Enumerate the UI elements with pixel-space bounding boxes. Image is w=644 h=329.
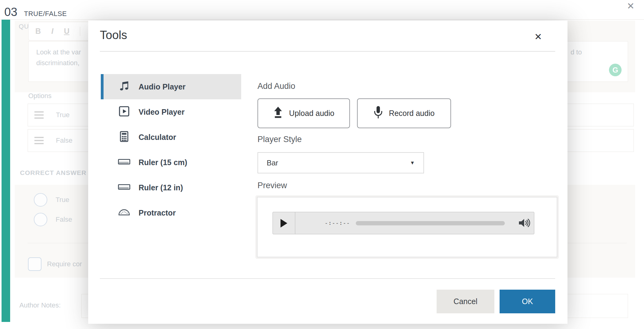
record-audio-button[interactable]: Record audio bbox=[357, 98, 451, 128]
underline-button[interactable]: U bbox=[64, 27, 69, 36]
preview-label: Preview bbox=[257, 181, 287, 190]
sidebar-item-label: Protractor bbox=[139, 208, 176, 217]
play-button[interactable] bbox=[273, 212, 295, 234]
sidebar-item-label: Video Player bbox=[139, 108, 185, 117]
modal-header-divider bbox=[100, 51, 555, 52]
upload-icon bbox=[273, 107, 283, 120]
correct-answer-label: CORRECT ANSWER bbox=[20, 169, 86, 176]
chevron-down-icon: ▼ bbox=[410, 160, 415, 166]
play-icon bbox=[281, 219, 287, 228]
ok-button[interactable]: OK bbox=[500, 290, 555, 313]
ruler-icon bbox=[118, 159, 130, 166]
sidebar-item-calculator[interactable]: Calculator bbox=[101, 125, 241, 150]
drag-handle[interactable] bbox=[28, 104, 50, 126]
modal-title: Tools bbox=[100, 29, 127, 42]
video-player-icon bbox=[118, 106, 130, 118]
volume-icon[interactable] bbox=[519, 218, 530, 229]
cancel-button[interactable]: Cancel bbox=[437, 290, 494, 313]
player-style-label: Player Style bbox=[257, 135, 302, 144]
question-text-fragment: d to bbox=[571, 48, 582, 56]
player-style-dropdown[interactable]: Bar ▼ bbox=[257, 152, 424, 173]
screen: 03 TRUE/FALSE ✕ QUESTION B I U A Look at… bbox=[0, 0, 644, 329]
question-text-fragment: discrimination, bbox=[36, 59, 80, 67]
calculator-icon bbox=[118, 131, 130, 143]
music-note-icon bbox=[118, 81, 130, 92]
protractor-icon bbox=[118, 209, 130, 217]
require-checkbox[interactable] bbox=[28, 257, 41, 271]
tools-modal: Tools ✕ Audio Player Video Player Calcul… bbox=[88, 21, 567, 324]
author-notes-label: Author Notes: bbox=[19, 301, 61, 309]
page-close-icon[interactable]: ✕ bbox=[627, 1, 634, 11]
drag-handle-icon bbox=[34, 111, 44, 113]
sidebar-item-label: Ruler (12 in) bbox=[139, 183, 183, 192]
cancel-label: Cancel bbox=[454, 297, 477, 306]
radio-true[interactable] bbox=[34, 193, 47, 207]
options-label: Options bbox=[28, 92, 52, 100]
upload-audio-button[interactable]: Upload audio bbox=[257, 98, 350, 128]
drag-handle[interactable] bbox=[28, 129, 50, 152]
microphone-icon bbox=[374, 106, 383, 121]
add-audio-label: Add Audio bbox=[257, 81, 295, 91]
sidebar-item-label: Ruler (15 cm) bbox=[139, 158, 187, 167]
sidebar-item-audio-player[interactable]: Audio Player bbox=[101, 74, 241, 99]
question-number: 03 bbox=[4, 6, 17, 19]
upload-audio-label: Upload audio bbox=[289, 109, 334, 118]
preview-panel: -:--:-- bbox=[257, 197, 557, 257]
drag-handle-icon bbox=[34, 137, 44, 138]
radio-true-label: True bbox=[56, 196, 69, 204]
question-accent-bar bbox=[2, 20, 10, 322]
ruler-icon bbox=[118, 184, 130, 191]
player-style-value: Bar bbox=[267, 159, 278, 167]
question-type-label: TRUE/FALSE bbox=[24, 10, 67, 18]
modal-close-icon[interactable]: ✕ bbox=[534, 31, 542, 42]
sidebar-item-label: Audio Player bbox=[139, 82, 186, 91]
question-text-fragment: Look at the var bbox=[36, 48, 81, 56]
radio-false-label: False bbox=[56, 216, 72, 224]
modal-footer-divider bbox=[100, 278, 555, 279]
player-progress-bar[interactable] bbox=[356, 221, 505, 225]
toolbar-separator bbox=[80, 27, 80, 36]
sidebar-item-ruler-12in[interactable]: Ruler (12 in) bbox=[101, 175, 241, 200]
require-label: Require cor bbox=[47, 260, 82, 268]
bold-button[interactable]: B bbox=[35, 27, 41, 36]
italic-button[interactable]: I bbox=[51, 27, 53, 36]
sidebar-item-label: Calculator bbox=[139, 133, 176, 142]
radio-false[interactable] bbox=[34, 213, 47, 226]
player-time: -:--:-- bbox=[319, 220, 356, 226]
sidebar-item-ruler-15cm[interactable]: Ruler (15 cm) bbox=[101, 150, 241, 175]
grammarly-icon[interactable]: G bbox=[609, 64, 622, 76]
sidebar-item-video-player[interactable]: Video Player bbox=[101, 99, 241, 125]
ok-label: OK bbox=[522, 297, 533, 306]
record-audio-label: Record audio bbox=[389, 109, 435, 118]
audio-player-bar: -:--:-- bbox=[273, 212, 534, 234]
selected-indicator bbox=[101, 74, 104, 99]
sidebar-item-protractor[interactable]: Protractor bbox=[101, 200, 241, 225]
topbar-divider bbox=[0, 19, 644, 20]
